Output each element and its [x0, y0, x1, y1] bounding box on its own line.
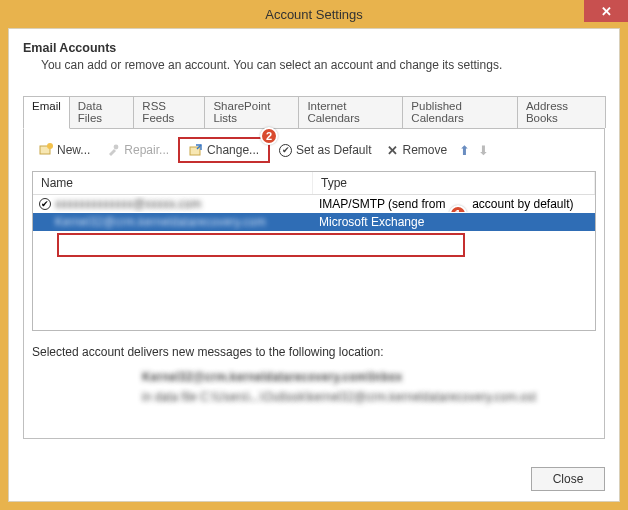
move-down-button[interactable]: ⬇ — [475, 143, 492, 158]
account-row-selected[interactable]: Kernel32@crm.kerneldatarecovery.com Micr… — [33, 213, 595, 231]
default-account-icon: ✔ — [39, 198, 51, 210]
delivery-location-line2: in data file C:\Users\...\Outlook\kernel… — [142, 387, 596, 407]
toolbar: New... Repair... 2 Change... — [32, 137, 596, 163]
close-button[interactable]: Close — [531, 467, 605, 491]
svg-point-1 — [47, 143, 53, 149]
tab-rss-feeds[interactable]: RSS Feeds — [133, 96, 205, 128]
new-label: New... — [57, 143, 90, 157]
svg-point-2 — [114, 145, 119, 150]
row-highlight-box — [57, 233, 465, 257]
grid-header: Name Type — [33, 172, 595, 195]
account-name-obscured: Kernel32@crm.kerneldatarecovery.com — [55, 215, 266, 229]
tab-published-calendars[interactable]: Published Calendars — [402, 96, 518, 128]
new-button[interactable]: New... — [32, 139, 97, 161]
change-label: Change... — [207, 143, 259, 157]
client-area: Email Accounts You can add or remove an … — [8, 28, 620, 502]
tabstrip: Email Data Files RSS Feeds SharePoint Li… — [23, 96, 605, 129]
tab-pane-email: New... Repair... 2 Change... — [23, 129, 605, 439]
change-button[interactable]: Change... — [182, 139, 266, 161]
col-header-name[interactable]: Name — [33, 172, 313, 194]
new-icon — [39, 143, 53, 157]
account-name-obscured: xxxxxxxxxxxxx@xxxxx.com — [55, 197, 201, 211]
callout-1: 1 — [449, 205, 467, 212]
callout-2: 2 — [260, 127, 278, 145]
repair-icon — [106, 143, 120, 157]
tab-internet-calendars[interactable]: Internet Calendars — [298, 96, 403, 128]
delivery-location-label: Selected account delivers new messages t… — [32, 345, 596, 359]
account-type: IMAP/SMTP (send from 1 account by defaul… — [313, 196, 595, 212]
section-title: Email Accounts — [23, 41, 605, 55]
tab-sharepoint-lists[interactable]: SharePoint Lists — [204, 96, 299, 128]
account-settings-window: Account Settings ✕ Email Accounts You ca… — [0, 0, 628, 510]
tab-data-files[interactable]: Data Files — [69, 96, 135, 128]
window-close-button[interactable]: ✕ — [584, 0, 628, 22]
col-header-type[interactable]: Type — [313, 172, 595, 194]
remove-button[interactable]: ✕ Remove — [380, 139, 454, 162]
set-default-label: Set as Default — [296, 143, 371, 157]
change-highlight: 2 Change... — [178, 137, 270, 163]
delivery-location-lines: Kernel32@crm.kerneldatarecovery.com\Inbo… — [142, 367, 596, 407]
footer: Close — [531, 467, 605, 491]
window-title: Account Settings — [265, 7, 363, 22]
account-row[interactable]: ✔ xxxxxxxxxxxxx@xxxxx.com IMAP/SMTP (sen… — [33, 195, 595, 213]
repair-button: Repair... — [99, 139, 176, 161]
close-icon: ✕ — [601, 4, 612, 19]
grid-body: ✔ xxxxxxxxxxxxx@xxxxx.com IMAP/SMTP (sen… — [33, 195, 595, 231]
check-circle-icon: ✔ — [279, 144, 292, 157]
repair-label: Repair... — [124, 143, 169, 157]
move-up-button[interactable]: ⬆ — [456, 143, 473, 158]
accounts-grid: Name Type ✔ xxxxxxxxxxxxx@xxxxx.com IMAP… — [32, 171, 596, 331]
remove-x-icon: ✕ — [387, 143, 398, 158]
remove-label: Remove — [402, 143, 447, 157]
tab-address-books[interactable]: Address Books — [517, 96, 606, 128]
section-desc: You can add or remove an account. You ca… — [41, 58, 605, 72]
change-icon — [189, 143, 203, 157]
tab-email[interactable]: Email — [23, 96, 70, 129]
account-type: Microsoft Exchange — [313, 214, 595, 230]
titlebar: Account Settings ✕ — [0, 0, 628, 28]
set-default-button[interactable]: ✔ Set as Default — [272, 139, 378, 161]
delivery-location-line1: Kernel32@crm.kerneldatarecovery.com\Inbo… — [142, 367, 596, 387]
